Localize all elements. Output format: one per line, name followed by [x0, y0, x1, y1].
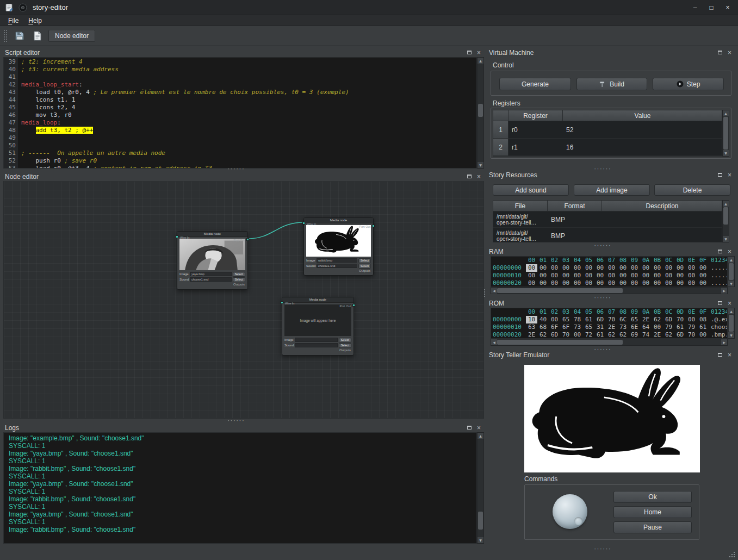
scroll-down-button[interactable]: ▼	[728, 281, 734, 287]
hex-byte-cell[interactable]: 00	[697, 331, 709, 339]
node-select-button[interactable]: Select	[339, 338, 351, 343]
add-sound-button[interactable]: Add sound	[493, 184, 569, 196]
hex-byte-cell[interactable]: 6D	[594, 316, 606, 323]
script-scrollbar[interactable]: ▲ ▼	[477, 57, 484, 169]
float-panel-button[interactable]	[466, 424, 473, 431]
scrollbar-thumb[interactable]	[723, 117, 728, 150]
node-select-button[interactable]: Select	[339, 343, 351, 348]
node-canvas[interactable]: Media nodeImageyaya.bmpSelectSoundchoose…	[3, 181, 484, 419]
hex-byte-cell[interactable]: 70	[686, 331, 697, 339]
close-panel-button[interactable]: ×	[475, 49, 482, 56]
close-panel-button[interactable]: ×	[726, 49, 733, 56]
scrollbar-thumb[interactable]	[723, 207, 728, 225]
hex-byte-cell[interactable]: 68	[537, 323, 549, 331]
hex-byte-cell[interactable]: 79	[686, 323, 697, 331]
scroll-up-button[interactable]: ▲	[477, 58, 483, 64]
hex-byte-cell[interactable]: 00	[549, 316, 560, 323]
hex-byte-cell[interactable]: 00	[697, 264, 709, 272]
media-node[interactable]: Media nodeImageyaya.bmpSelectSoundchoose…	[177, 231, 248, 290]
hex-byte-cell[interactable]: 00	[572, 264, 583, 272]
hex-byte-cell[interactable]: 62	[537, 331, 549, 339]
hex-byte-cell[interactable]: 00	[617, 279, 629, 287]
column-header[interactable]: Format	[548, 201, 602, 211]
scroll-left-button[interactable]: ◀	[491, 339, 497, 345]
close-panel-button[interactable]: ×	[726, 171, 733, 178]
hex-byte-cell[interactable]: 64	[640, 323, 652, 331]
hex-byte-cell[interactable]: 00	[526, 279, 537, 287]
scroll-up-button[interactable]: ▲	[477, 433, 483, 439]
splitter-handle[interactable]: ······	[594, 547, 611, 550]
hex-byte-cell[interactable]: 00	[583, 272, 594, 279]
input-port[interactable]	[281, 301, 283, 304]
hex-byte-cell[interactable]: 00	[686, 316, 697, 323]
hex-byte-cell[interactable]: 00	[674, 272, 686, 279]
node-select-button[interactable]: Select	[358, 258, 371, 263]
hex-byte-cell[interactable]: 69	[629, 331, 640, 339]
scrollbar-thumb[interactable]	[729, 263, 734, 281]
close-button[interactable]: ×	[722, 3, 734, 13]
close-panel-button[interactable]: ×	[726, 248, 733, 255]
column-splitter-handle[interactable]	[484, 289, 485, 297]
float-panel-button[interactable]	[716, 248, 723, 255]
close-panel-button[interactable]: ×	[726, 300, 733, 307]
scrollbar-track[interactable]	[477, 64, 483, 162]
close-panel-button[interactable]: ×	[475, 173, 482, 180]
delete-button[interactable]: Delete	[654, 184, 730, 196]
register-row[interactable]: 2r116	[493, 139, 722, 156]
add-image-button[interactable]: Add image	[574, 184, 650, 196]
splitter-handle[interactable]: ······	[227, 167, 245, 170]
hex-byte-cell[interactable]: 00	[617, 264, 629, 272]
scrollbar-track[interactable]	[723, 207, 729, 236]
script-editor[interactable]: 394041424344454647484950515253 ; t2: inc…	[3, 57, 477, 169]
hex-byte-cell[interactable]: 00	[526, 272, 537, 279]
scroll-down-button[interactable]: ▼	[728, 332, 734, 338]
hex-byte-cell[interactable]: 00	[594, 279, 606, 287]
scroll-down-button[interactable]: ▼	[477, 537, 483, 543]
hex-byte-cell[interactable]: 6D	[674, 331, 686, 339]
hex-byte-cell[interactable]: 00	[663, 264, 674, 272]
resize-grip[interactable]	[728, 551, 735, 557]
hex-byte-cell[interactable]: 00	[686, 264, 697, 272]
output-port[interactable]	[372, 225, 375, 227]
input-port[interactable]	[302, 222, 305, 225]
float-panel-button[interactable]	[716, 49, 723, 56]
home-button[interactable]: Home	[613, 506, 692, 518]
hex-byte-cell[interactable]: 61	[594, 331, 606, 339]
scrollbar-thumb[interactable]	[497, 288, 623, 293]
hex-byte-cell[interactable]: 2E	[526, 331, 537, 339]
hex-byte-cell[interactable]: 00	[549, 279, 560, 287]
hex-byte-cell[interactable]: 31	[594, 323, 606, 331]
hex-byte-cell[interactable]: 00	[583, 264, 594, 272]
hex-byte-cell[interactable]: 70	[606, 316, 617, 323]
scroll-right-button[interactable]: ▶	[721, 339, 727, 345]
hex-byte-cell[interactable]: 6E	[629, 323, 640, 331]
hex-byte-cell[interactable]: 61	[674, 323, 686, 331]
close-panel-button[interactable]: ×	[726, 351, 733, 358]
hex-byte-cell[interactable]: 6F	[549, 323, 560, 331]
hex-byte-cell[interactable]: 70	[560, 331, 572, 339]
scrollbar-track[interactable]	[728, 263, 734, 281]
hex-byte-cell[interactable]: 65	[560, 316, 572, 323]
close-panel-button[interactable]: ×	[475, 424, 482, 431]
hex-byte-cell[interactable]: 62	[663, 331, 674, 339]
node-editor-toggle-button[interactable]: Node editor	[48, 30, 95, 42]
scrollbar-thumb[interactable]	[478, 104, 483, 117]
hex-byte-cell[interactable]: 2E	[652, 331, 663, 339]
ok-button[interactable]: Ok	[613, 491, 692, 503]
maximize-button[interactable]: □	[705, 3, 717, 13]
hex-byte-cell[interactable]: 62	[617, 331, 629, 339]
menu-item-help[interactable]: Help	[23, 16, 47, 25]
resources-scrollbar[interactable]: ▲ ▼	[722, 200, 729, 242]
hex-byte-cell[interactable]: 00	[674, 264, 686, 272]
scrollbar-track[interactable]	[728, 314, 734, 332]
hex-byte-cell[interactable]: 00	[560, 279, 572, 287]
pause-button[interactable]: Pause	[613, 521, 692, 533]
hex-byte-cell[interactable]: 00	[640, 272, 652, 279]
hex-byte-cell[interactable]: 00	[537, 264, 549, 272]
node-select-button[interactable]: Select	[233, 277, 245, 282]
hex-byte-cell[interactable]: 00	[697, 279, 709, 287]
hex-byte-cell[interactable]: 00	[606, 264, 617, 272]
hex-byte-cell[interactable]: 78	[572, 316, 583, 323]
scroll-down-button[interactable]: ▼	[477, 162, 483, 168]
output-port[interactable]	[352, 304, 355, 307]
